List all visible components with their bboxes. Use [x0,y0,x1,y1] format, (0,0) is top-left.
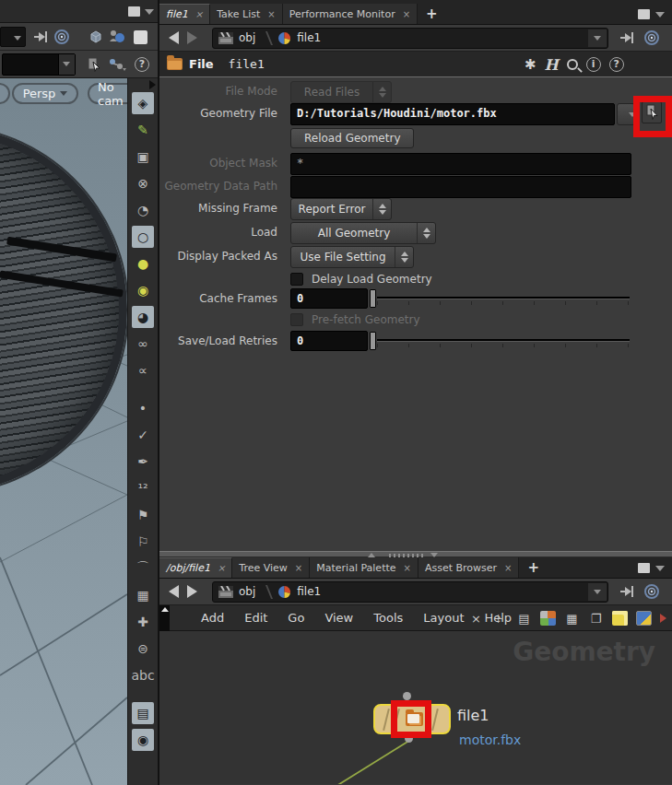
pin-pane-icon[interactable] [619,30,636,45]
pane-tab[interactable]: Take List × [210,4,283,24]
search-icon[interactable] [567,59,578,70]
tree-view-icon[interactable]: ⊦ [492,611,508,626]
add-tab-button[interactable]: + [519,557,548,578]
link-editor-icon[interactable] [107,54,127,75]
headlight-off-icon[interactable]: ⊗ [132,172,154,194]
pin-pane-icon[interactable] [31,27,52,47]
menu-item[interactable]: Go [277,611,314,625]
network-canvas[interactable]: Geometry file1 motor.fbx [159,631,672,784]
maximize-pane-icon[interactable] [128,6,140,17]
node-output-connector[interactable] [405,734,413,743]
back-arrow-icon[interactable] [169,31,179,44]
sticky-note-icon[interactable] [612,611,628,626]
prim-normals-icon[interactable]: ⚑ [132,504,154,526]
file-mode-dropdown[interactable]: Read Files [290,81,392,103]
close-tab-icon[interactable]: × [504,563,512,573]
geometry-file-history-dropdown[interactable] [617,103,635,125]
pane-menu-icon[interactable] [655,566,665,571]
camera-path-field[interactable] [2,53,76,76]
menu-item[interactable]: Add [191,611,234,625]
shading-mode-icon[interactable]: ◈ [132,92,154,114]
viewport-3d[interactable]: Persp No cam [0,78,127,785]
object-mask-input[interactable]: * [290,153,631,175]
menubar-scroll-icon[interactable] [159,605,170,631]
more-icon[interactable] [660,614,666,623]
save-load-retries-input[interactable]: 0 [290,331,368,351]
gear-menu-icon[interactable]: ✱ [525,56,536,73]
geometry-file-input[interactable]: D:/Tutorials/Houdini/motor.fbx [290,103,615,125]
toolbar-overflow-icon[interactable] [149,80,156,89]
close-tab-icon[interactable]: × [404,563,411,573]
no-cam-pill[interactable]: No cam [88,83,127,104]
snapshot-icon[interactable]: ∝ [132,359,154,381]
lock-icon[interactable]: ▣ [132,146,154,168]
default-lighting-icon[interactable]: ○ [132,226,154,248]
snap-option-field[interactable] [0,27,26,47]
menu-item[interactable]: Tools [363,611,413,625]
camera-persp-pill[interactable]: Persp [12,83,78,104]
pane-tab[interactable]: Asset Browser × [419,557,520,578]
help-icon[interactable]: ? [609,57,624,72]
menu-item[interactable]: Edit [234,611,277,625]
pane-tab[interactable]: Tree View × [232,557,310,578]
node-path-field[interactable]: obj file1 [212,581,608,603]
normal-lights-icon[interactable]: ● [132,252,154,275]
maximize-pane-icon[interactable] [638,563,650,573]
close-tab-icon[interactable]: × [195,9,203,19]
file-chooser-icon[interactable] [84,54,104,75]
info-icon[interactable]: i [586,57,601,72]
forward-arrow-icon[interactable] [187,585,197,598]
points-display-icon[interactable]: • [132,397,154,419]
menu-item[interactable]: Layout [413,611,474,625]
layout-panes-icon[interactable]: ❐ [588,611,604,626]
high-quality-lighting-icon[interactable]: ◉ [132,279,154,301]
lasso-select-icon[interactable]: ✎ [132,119,154,141]
cache-frames-input[interactable]: 0 [290,288,368,309]
slider-handle[interactable] [370,332,376,350]
pane-menu-icon[interactable] [655,12,665,18]
text-overlay-icon[interactable]: abc [132,664,154,686]
missing-frame-dropdown[interactable]: Report Error [290,198,392,220]
point-normals-icon[interactable]: ✓ [132,424,154,446]
point-markers-icon[interactable]: ✒ [132,451,154,473]
pin-pane-icon[interactable] [619,584,636,599]
view-pin-icon[interactable]: ◉ [132,729,154,751]
load-dropdown[interactable]: All Geometry [290,222,436,244]
stereo-glasses-icon[interactable]: ∞ [132,333,154,355]
back-arrow-icon[interactable] [169,585,179,598]
node-path-field[interactable]: obj file1 [212,28,608,49]
close-tab-icon[interactable]: × [295,563,302,573]
save-load-retries-slider[interactable] [370,331,630,351]
pane-tab[interactable]: Performance Monitor × [283,4,418,24]
thumbnail-grid-icon[interactable]: ▦ [564,611,580,626]
display-packed-as-dropdown[interactable]: Use File Setting [290,246,414,268]
group-list-icon[interactable]: ⊜ [132,638,154,660]
pane-splitter[interactable] [159,551,672,557]
geometry-cube-icon[interactable] [86,27,106,47]
close-tab-icon[interactable]: × [218,563,225,573]
point-numbers-icon[interactable]: ¹² [132,477,154,499]
prim-numbers-icon[interactable]: ⚐ [132,531,154,553]
node-name-field[interactable]: file1 [229,57,265,71]
color-grid-icon[interactable] [540,611,556,626]
material-shading-icon[interactable]: ◕ [132,306,154,328]
geometry-data-path-input[interactable] [290,176,631,198]
close-tab-icon[interactable]: × [403,9,410,19]
path-dropdown[interactable] [588,583,607,601]
follow-focus-icon[interactable] [643,29,660,46]
tools-icon[interactable]: × [468,611,484,626]
slider-handle[interactable] [370,289,376,308]
file1-node[interactable] [373,704,451,734]
help-icon[interactable]: ? [132,54,152,75]
pane-tab[interactable]: Material Palette × [310,557,419,578]
background-image-icon[interactable] [636,611,652,626]
file-node-type-icon[interactable] [167,58,183,70]
prefetch-checkbox[interactable] [290,313,303,326]
forward-arrow-icon[interactable] [187,31,197,44]
houdini-logo-icon[interactable]: H [545,56,559,74]
pane-menu-icon[interactable] [145,9,154,15]
follow-focus-icon[interactable] [643,583,660,600]
delay-load-checkbox[interactable] [290,273,303,286]
path-dropdown[interactable] [588,29,607,47]
maximize-pane-icon[interactable] [638,9,650,19]
